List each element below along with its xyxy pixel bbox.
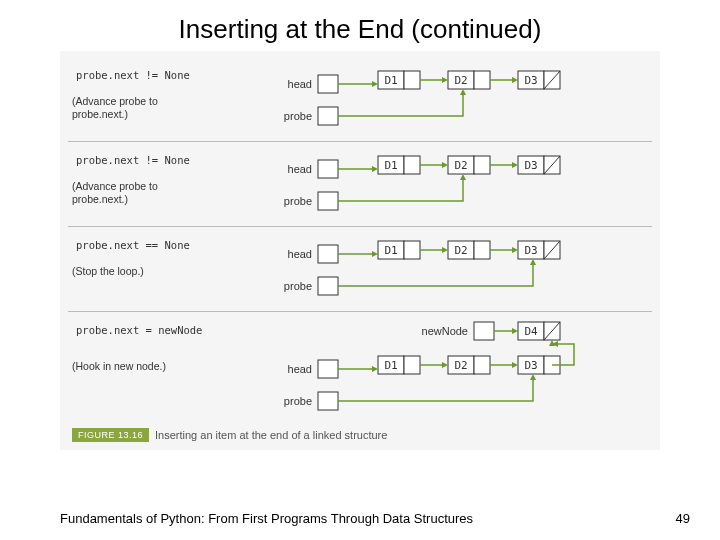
svg-text:(Stop the loop.): (Stop the loop.) <box>72 265 144 277</box>
svg-text:probe.next == None: probe.next == None <box>76 239 190 251</box>
svg-text:probe: probe <box>284 395 312 407</box>
svg-marker-38 <box>442 162 448 168</box>
svg-text:D3: D3 <box>524 74 537 87</box>
footer-source: Fundamentals of Python: From First Progr… <box>60 511 473 526</box>
svg-text:probe.next != None: probe.next != None <box>76 69 190 81</box>
svg-rect-18 <box>318 75 338 93</box>
svg-text:D1: D1 <box>384 244 397 257</box>
figure-label-badge: FIGURE 13.16 <box>72 428 149 442</box>
diagram-panel: probe.next != None(Advance probe toprobe… <box>68 141 652 226</box>
svg-text:(Advance probe to: (Advance probe to <box>72 180 158 192</box>
svg-text:head: head <box>288 163 312 175</box>
svg-text:D4: D4 <box>524 325 538 338</box>
svg-text:(Advance probe to: (Advance probe to <box>72 95 158 107</box>
svg-text:D2: D2 <box>454 244 467 257</box>
svg-marker-20 <box>372 81 378 87</box>
diagram-panel: probe.next = newNode(Hook in new node.)n… <box>68 311 652 422</box>
page-number: 49 <box>676 511 690 526</box>
svg-rect-28 <box>404 156 420 174</box>
svg-marker-67 <box>372 251 378 257</box>
svg-text:D3: D3 <box>524 359 537 372</box>
svg-marker-103 <box>530 374 536 380</box>
svg-text:probe: probe <box>284 195 312 207</box>
svg-rect-54 <box>474 241 490 259</box>
svg-marker-47 <box>460 174 466 180</box>
svg-marker-40 <box>512 162 518 168</box>
figure-area: probe.next != None(Advance probe toprobe… <box>60 51 660 450</box>
svg-rect-102 <box>318 392 338 410</box>
svg-rect-98 <box>318 360 338 378</box>
svg-text:D1: D1 <box>384 74 397 87</box>
svg-text:probe.next = newNode: probe.next = newNode <box>76 324 202 336</box>
svg-marker-61 <box>442 247 448 253</box>
figure-caption-row: FIGURE 13.16 Inserting an item at the en… <box>68 422 652 442</box>
figure-caption: Inserting an item at the end of a linked… <box>155 429 387 441</box>
svg-text:probe: probe <box>284 280 312 292</box>
svg-rect-82 <box>404 356 420 374</box>
svg-rect-85 <box>474 356 490 374</box>
diagram-panel: probe.next == None(Stop the loop.)D1D2D3… <box>68 226 652 311</box>
svg-marker-44 <box>372 166 378 172</box>
svg-marker-91 <box>442 362 448 368</box>
svg-rect-69 <box>318 277 338 295</box>
diagram-panel: probe.next != None(Advance probe toprobe… <box>68 57 652 141</box>
svg-text:D3: D3 <box>524 159 537 172</box>
svg-text:D2: D2 <box>454 74 467 87</box>
svg-marker-93 <box>512 362 518 368</box>
svg-text:D3: D3 <box>524 244 537 257</box>
svg-text:probe.next.): probe.next.) <box>72 193 128 205</box>
svg-rect-7 <box>474 71 490 89</box>
svg-rect-51 <box>404 241 420 259</box>
svg-marker-23 <box>460 89 466 95</box>
svg-text:head: head <box>288 363 312 375</box>
svg-marker-14 <box>442 77 448 83</box>
svg-text:newNode: newNode <box>422 325 468 337</box>
svg-rect-31 <box>474 156 490 174</box>
svg-rect-74 <box>474 322 494 340</box>
svg-marker-76 <box>512 328 518 334</box>
svg-marker-100 <box>372 366 378 372</box>
svg-text:D2: D2 <box>454 159 467 172</box>
page-title: Inserting at the End (continued) <box>0 0 720 51</box>
svg-text:probe.next.): probe.next.) <box>72 108 128 120</box>
svg-rect-65 <box>318 245 338 263</box>
svg-marker-63 <box>512 247 518 253</box>
svg-text:D1: D1 <box>384 159 397 172</box>
svg-text:(Hook in new node.): (Hook in new node.) <box>72 360 166 372</box>
svg-text:probe: probe <box>284 110 312 122</box>
svg-rect-4 <box>404 71 420 89</box>
svg-rect-42 <box>318 160 338 178</box>
svg-text:probe.next != None: probe.next != None <box>76 154 190 166</box>
svg-marker-70 <box>530 259 536 265</box>
svg-text:head: head <box>288 78 312 90</box>
svg-marker-16 <box>512 77 518 83</box>
svg-text:head: head <box>288 248 312 260</box>
svg-rect-46 <box>318 192 338 210</box>
svg-text:D1: D1 <box>384 359 397 372</box>
svg-text:D2: D2 <box>454 359 467 372</box>
svg-rect-22 <box>318 107 338 125</box>
